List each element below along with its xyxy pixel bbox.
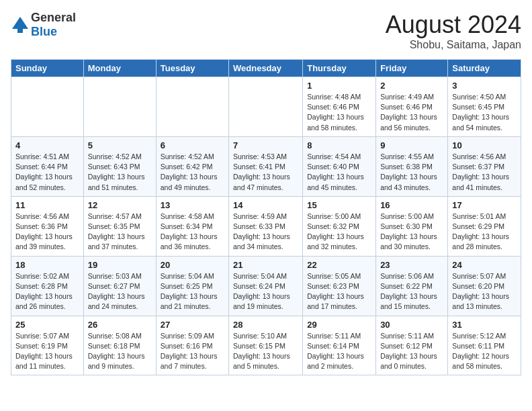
day-number: 19: [88, 260, 152, 270]
day-number: 2: [380, 81, 443, 91]
day-info: Sunrise: 4:56 AM Sunset: 6:37 PM Dayligh…: [452, 152, 517, 193]
calendar-week-row: 1Sunrise: 4:48 AM Sunset: 6:46 PM Daylig…: [11, 77, 521, 137]
day-number: 26: [88, 320, 152, 330]
day-info: Sunrise: 5:11 AM Sunset: 6:14 PM Dayligh…: [307, 331, 371, 372]
weekday-header-tuesday: Tuesday: [156, 60, 228, 77]
month-year-title: August 2024: [386, 11, 521, 39]
day-number: 7: [233, 140, 298, 150]
calendar-cell: [229, 77, 303, 137]
calendar-cell: 19Sunrise: 5:03 AM Sunset: 6:27 PM Dayli…: [83, 256, 156, 316]
calendar-cell: 7Sunrise: 4:53 AM Sunset: 6:41 PM Daylig…: [229, 136, 303, 196]
day-info: Sunrise: 4:52 AM Sunset: 6:42 PM Dayligh…: [161, 152, 224, 193]
calendar-cell: 11Sunrise: 4:56 AM Sunset: 6:36 PM Dayli…: [11, 196, 84, 256]
calendar-cell: 23Sunrise: 5:06 AM Sunset: 6:22 PM Dayli…: [376, 256, 448, 316]
day-info: Sunrise: 5:12 AM Sunset: 6:11 PM Dayligh…: [452, 331, 517, 372]
calendar-cell: [83, 77, 156, 137]
calendar-cell: [156, 77, 228, 137]
day-info: Sunrise: 5:03 AM Sunset: 6:27 PM Dayligh…: [88, 271, 152, 312]
weekday-header-saturday: Saturday: [448, 60, 521, 77]
calendar-cell: 25Sunrise: 5:07 AM Sunset: 6:19 PM Dayli…: [11, 316, 84, 375]
day-number: 31: [452, 320, 517, 330]
weekday-header-monday: Monday: [83, 60, 156, 77]
calendar-cell: 14Sunrise: 4:59 AM Sunset: 6:33 PM Dayli…: [229, 196, 303, 256]
calendar-cell: 17Sunrise: 5:01 AM Sunset: 6:29 PM Dayli…: [448, 196, 521, 256]
day-number: 9: [380, 140, 443, 150]
svg-marker-0: [12, 17, 28, 29]
svg-rect-1: [17, 29, 23, 33]
calendar-cell: 15Sunrise: 5:00 AM Sunset: 6:32 PM Dayli…: [303, 196, 376, 256]
calendar-cell: 21Sunrise: 5:04 AM Sunset: 6:24 PM Dayli…: [229, 256, 303, 316]
day-number: 1: [307, 81, 371, 91]
calendar-cell: 27Sunrise: 5:09 AM Sunset: 6:16 PM Dayli…: [156, 316, 228, 375]
day-number: 25: [15, 320, 79, 330]
day-info: Sunrise: 5:08 AM Sunset: 6:18 PM Dayligh…: [88, 331, 152, 372]
day-number: 12: [88, 200, 152, 210]
calendar-cell: 10Sunrise: 4:56 AM Sunset: 6:37 PM Dayli…: [448, 136, 521, 196]
day-info: Sunrise: 5:07 AM Sunset: 6:19 PM Dayligh…: [15, 331, 79, 372]
title-block: August 2024 Shobu, Saitama, Japan: [386, 11, 521, 51]
day-info: Sunrise: 4:50 AM Sunset: 6:45 PM Dayligh…: [452, 92, 517, 133]
day-info: Sunrise: 5:10 AM Sunset: 6:15 PM Dayligh…: [233, 331, 298, 372]
calendar-cell: 1Sunrise: 4:48 AM Sunset: 6:46 PM Daylig…: [303, 77, 376, 137]
day-number: 27: [161, 320, 224, 330]
calendar-cell: 2Sunrise: 4:49 AM Sunset: 6:46 PM Daylig…: [376, 77, 448, 137]
day-info: Sunrise: 4:48 AM Sunset: 6:46 PM Dayligh…: [307, 92, 371, 133]
calendar-week-row: 11Sunrise: 4:56 AM Sunset: 6:36 PM Dayli…: [11, 196, 521, 256]
day-number: 20: [161, 260, 224, 270]
calendar-cell: 24Sunrise: 5:07 AM Sunset: 6:20 PM Dayli…: [448, 256, 521, 316]
calendar-cell: 16Sunrise: 5:00 AM Sunset: 6:30 PM Dayli…: [376, 196, 448, 256]
calendar-cell: 13Sunrise: 4:58 AM Sunset: 6:34 PM Dayli…: [156, 196, 228, 256]
day-info: Sunrise: 5:06 AM Sunset: 6:22 PM Dayligh…: [380, 271, 443, 312]
day-info: Sunrise: 4:58 AM Sunset: 6:34 PM Dayligh…: [161, 212, 224, 253]
logo: General Blue: [11, 11, 76, 39]
day-number: 30: [380, 320, 443, 330]
day-number: 29: [307, 320, 371, 330]
day-number: 5: [88, 140, 152, 150]
weekday-header-friday: Friday: [376, 60, 448, 77]
day-info: Sunrise: 4:53 AM Sunset: 6:41 PM Dayligh…: [233, 152, 298, 193]
weekday-header-sunday: Sunday: [11, 60, 84, 77]
page-header: General Blue August 2024 Shobu, Saitama,…: [11, 11, 521, 51]
calendar-cell: 29Sunrise: 5:11 AM Sunset: 6:14 PM Dayli…: [303, 316, 376, 375]
location-subtitle: Shobu, Saitama, Japan: [386, 39, 521, 51]
calendar-cell: 9Sunrise: 4:55 AM Sunset: 6:38 PM Daylig…: [376, 136, 448, 196]
logo-icon: [11, 15, 30, 34]
calendar-cell: 28Sunrise: 5:10 AM Sunset: 6:15 PM Dayli…: [229, 316, 303, 375]
calendar-cell: 8Sunrise: 4:54 AM Sunset: 6:40 PM Daylig…: [303, 136, 376, 196]
calendar-cell: 30Sunrise: 5:11 AM Sunset: 6:12 PM Dayli…: [376, 316, 448, 375]
day-info: Sunrise: 4:51 AM Sunset: 6:44 PM Dayligh…: [15, 152, 79, 193]
calendar-cell: [11, 77, 84, 137]
day-info: Sunrise: 5:05 AM Sunset: 6:23 PM Dayligh…: [307, 271, 371, 312]
day-info: Sunrise: 5:01 AM Sunset: 6:29 PM Dayligh…: [452, 212, 517, 253]
weekday-header-row: SundayMondayTuesdayWednesdayThursdayFrid…: [11, 60, 521, 77]
calendar-cell: 3Sunrise: 4:50 AM Sunset: 6:45 PM Daylig…: [448, 77, 521, 137]
logo-text-general: General: [31, 11, 76, 24]
day-number: 21: [233, 260, 298, 270]
day-number: 11: [15, 200, 79, 210]
weekday-header-thursday: Thursday: [303, 60, 376, 77]
day-number: 28: [233, 320, 298, 330]
calendar-cell: 12Sunrise: 4:57 AM Sunset: 6:35 PM Dayli…: [83, 196, 156, 256]
day-number: 3: [452, 81, 517, 91]
day-number: 16: [380, 200, 443, 210]
calendar-week-row: 18Sunrise: 5:02 AM Sunset: 6:28 PM Dayli…: [11, 256, 521, 316]
calendar-week-row: 25Sunrise: 5:07 AM Sunset: 6:19 PM Dayli…: [11, 316, 521, 375]
day-number: 14: [233, 200, 298, 210]
day-info: Sunrise: 4:54 AM Sunset: 6:40 PM Dayligh…: [307, 152, 371, 193]
day-info: Sunrise: 5:04 AM Sunset: 6:25 PM Dayligh…: [161, 271, 224, 312]
calendar-cell: 26Sunrise: 5:08 AM Sunset: 6:18 PM Dayli…: [83, 316, 156, 375]
day-number: 13: [161, 200, 224, 210]
calendar-cell: 4Sunrise: 4:51 AM Sunset: 6:44 PM Daylig…: [11, 136, 84, 196]
calendar-cell: 31Sunrise: 5:12 AM Sunset: 6:11 PM Dayli…: [448, 316, 521, 375]
day-number: 8: [307, 140, 371, 150]
day-info: Sunrise: 5:04 AM Sunset: 6:24 PM Dayligh…: [233, 271, 298, 312]
day-info: Sunrise: 4:59 AM Sunset: 6:33 PM Dayligh…: [233, 212, 298, 253]
calendar-table: SundayMondayTuesdayWednesdayThursdayFrid…: [11, 59, 521, 375]
calendar-cell: 20Sunrise: 5:04 AM Sunset: 6:25 PM Dayli…: [156, 256, 228, 316]
day-number: 4: [15, 140, 79, 150]
weekday-header-wednesday: Wednesday: [229, 60, 303, 77]
day-number: 18: [15, 260, 79, 270]
day-number: 6: [161, 140, 224, 150]
day-info: Sunrise: 4:55 AM Sunset: 6:38 PM Dayligh…: [380, 152, 443, 193]
day-number: 17: [452, 200, 517, 210]
